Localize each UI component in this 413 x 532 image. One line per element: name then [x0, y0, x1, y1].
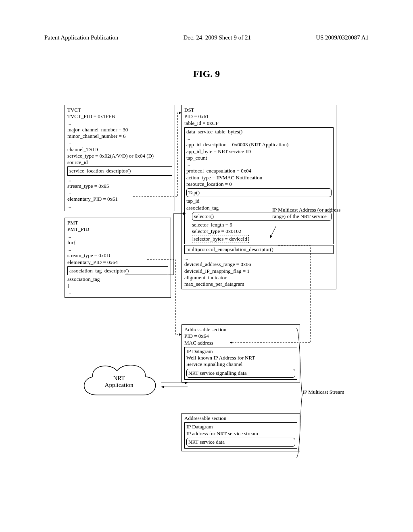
dst-line: resource_location = 0	[186, 181, 332, 187]
nrt-cloud: NRT Application	[77, 359, 161, 407]
pmt-line: elementary_PID = 0x64	[67, 259, 168, 266]
addr-section-2: Addressable section IP Datagram IP addre…	[181, 413, 300, 451]
mpe-line: max_sections_per_datagram	[184, 281, 334, 287]
tvct-line: ...	[67, 120, 172, 127]
tvct-line: minor_channel_number = 6	[67, 133, 172, 139]
pmt-box: PMT PMT_PID ... for{ ... stream_type = 0…	[65, 218, 171, 298]
addr1-ipdatagram: IP Datagram Well-known IP Address for NR…	[184, 347, 297, 380]
selector-line: selector_length = 6	[192, 222, 332, 228]
dst-table-block: data_service_table_bytes() ... app_id_de…	[184, 127, 334, 244]
addr1-ipd-line: Service Signalling channel	[186, 361, 295, 368]
addr-section-1: Addressable section PID = 0x64 MAC addre…	[181, 324, 300, 382]
header-right: US 2009/0320087 A1	[316, 34, 369, 41]
addr2-title: Addressable section	[184, 415, 297, 422]
addr1-line: MAC address	[184, 340, 297, 346]
diagram-container: TVCT TVCT_PID = 0x1FFB ... major_channel…	[52, 101, 367, 472]
mpe-line: alignment_indicator	[184, 274, 334, 281]
tvct-desc-line: ...	[67, 203, 172, 209]
dst-line: action_type = IP/MAC Notifocation	[186, 175, 332, 181]
tvct-line: source_id	[67, 159, 172, 166]
pmt-descriptor: association_tag_descriptor()	[67, 266, 168, 275]
pmt-line: ...	[67, 233, 168, 239]
mpe-title: multiprotocol_encapsulation_descriptor()	[186, 246, 332, 253]
tvct-descriptor: service_location_descriptor()	[67, 166, 172, 175]
dst-line: data_service_table_bytes()	[186, 129, 332, 135]
tap-block: Tap()	[186, 188, 332, 197]
pmt-line: PMT_PID	[67, 226, 168, 233]
addr2-inner-box: NRT service data	[186, 438, 295, 447]
tvct-desc-line: ...	[67, 189, 172, 196]
pmt-desc-line: association_tag	[67, 276, 168, 283]
addr2-ipd-line: IP Datagram	[186, 424, 295, 430]
dst-line: app_id_byte = NRT service ID	[186, 148, 332, 155]
dst-line: ...	[186, 135, 332, 141]
tvct-box: TVCT TVCT_PID = 0x1FFB ... major_channel…	[65, 105, 175, 211]
addr1-ipd-line: IP Datagram	[186, 348, 295, 355]
pmt-line: ...	[67, 246, 168, 252]
selector-bytes: selector_bytes = deviceId	[192, 235, 249, 243]
dst-line: protocol_encapsulation = 0x04	[186, 168, 332, 174]
page-header: Patent Application Publication Dec. 24, …	[44, 34, 369, 41]
mpe-block: multiprotocol_encapsulation_descriptor()	[184, 245, 334, 254]
tvct-line: TVCT_PID = 0x1FFB	[67, 113, 172, 120]
addr1-title: Addressable section	[184, 326, 297, 333]
addr1-inner-box: NRT service signalling data	[186, 369, 295, 378]
mpe-line: ...	[184, 255, 334, 261]
mpe-line: deviceId_IP_mapping_flag = 1	[184, 268, 334, 274]
pmt-desc-title: association_tag_descriptor()	[69, 268, 166, 274]
stream-annot: IP Multicast Stream	[302, 389, 351, 395]
tvct-desc-line: elementary_PID = 0x61	[67, 196, 172, 202]
addr1-line: PID = 0x64	[184, 333, 297, 339]
addr2-ipdatagram: IP Datagram IP address for NRT service s…	[184, 422, 297, 449]
tvct-line: channel_TSID	[67, 146, 172, 153]
dst-line: ...	[186, 161, 332, 168]
header-center: Dec. 24, 2009 Sheet 9 of 21	[183, 34, 250, 41]
tvct-line: major_channel_number = 30	[67, 127, 172, 133]
header-left: Patent Application Publication	[44, 34, 118, 41]
dst-line: tap_count	[186, 155, 332, 161]
selector-line: selector_type = 0x0102	[192, 228, 332, 235]
pmt-line: for{	[67, 239, 168, 246]
tvct-line: ...	[67, 139, 172, 146]
pmt-desc-line: }	[67, 283, 168, 289]
addr1-ipd-line: Well-known IP Address for NRT	[186, 355, 295, 361]
tap-line: tap_id	[186, 198, 332, 204]
dst-header-line: PID = 0x61	[184, 113, 334, 120]
dst-box: DST PID = 0x61 table_id = 0xCF data_serv…	[181, 105, 336, 289]
mpe-line: deviceId_address_range = 0x06	[184, 261, 334, 268]
ip-multicast-annot: IP Multicast Address (or address range) …	[272, 207, 345, 220]
tap-title: Tap()	[188, 189, 330, 196]
tvct-title: TVCT	[67, 107, 172, 113]
dst-title: DST	[184, 107, 334, 113]
tvct-line: service_type = 0x02(A/V/D) or 0x04 (D)	[67, 153, 172, 159]
pmt-line: stream_type = 0x0D	[67, 252, 168, 259]
cloud-line2: Application	[77, 382, 161, 389]
dst-line: app_id_description = 0x0003 (NRT Applica…	[186, 141, 332, 148]
figure-title: FIG. 9	[0, 69, 413, 79]
dst-header-line: table_id = 0xCF	[184, 120, 334, 127]
cloud-line1: NRT	[77, 375, 161, 382]
pmt-title: PMT	[67, 220, 168, 226]
tvct-desc-line: ...	[67, 177, 172, 183]
addr2-ipd-line: IP address for NRT service stream	[186, 430, 295, 437]
tvct-desc-title: service_location_descriptor()	[69, 168, 170, 174]
pmt-desc-line: ...	[67, 289, 168, 296]
tvct-desc-line: stream_type = 0x95	[67, 183, 172, 189]
